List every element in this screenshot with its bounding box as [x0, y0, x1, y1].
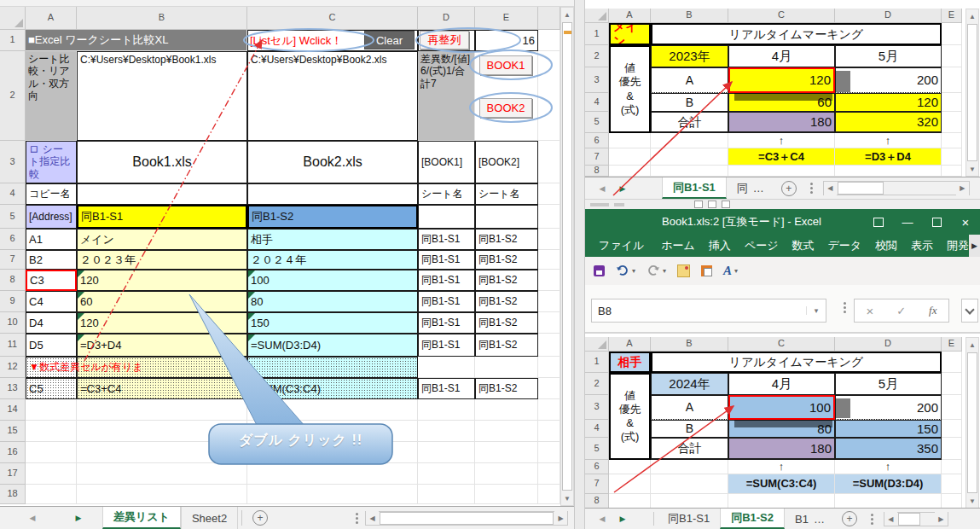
- cell-L-B13[interactable]: =C3+C4: [77, 378, 247, 399]
- cell-L-F15[interactable]: [538, 421, 560, 442]
- cell-TR-E7[interactable]: [942, 148, 962, 166]
- save-icon[interactable]: [594, 265, 605, 276]
- row-header-15[interactable]: 15: [0, 421, 26, 442]
- cell-L-D4[interactable]: シート名: [418, 183, 475, 205]
- row-header-7[interactable]: 7: [585, 148, 609, 166]
- scroll-thumb[interactable]: [967, 352, 977, 493]
- tab-dou-b1-s1[interactable]: 同B1-S1: [662, 177, 727, 199]
- maximize-button[interactable]: [922, 209, 951, 235]
- cell-BR-E7[interactable]: [942, 474, 962, 494]
- cell-TR-B6[interactable]: [651, 133, 728, 148]
- cell-L-A1[interactable]: ■Excel ワークシート比較XL: [26, 30, 247, 51]
- cell-L-D3[interactable]: [BOOK1]: [418, 141, 475, 183]
- cell-L-F12[interactable]: [538, 357, 560, 378]
- cell-TR-C7[interactable]: =C3＋C4: [728, 148, 835, 166]
- cell-L-E17[interactable]: [475, 463, 538, 485]
- cell-TR-C5[interactable]: 180: [728, 112, 835, 133]
- cell-BR-A2[interactable]: 値 優先 & (式): [609, 373, 651, 460]
- cell-BR-D8[interactable]: [835, 494, 942, 509]
- col-header-D[interactable]: D: [835, 9, 942, 23]
- cell-L-D17[interactable]: [418, 463, 475, 485]
- cell-L-A11[interactable]: D5: [26, 334, 77, 357]
- ribbon-tab-3[interactable]: ページ: [738, 238, 786, 253]
- scroll-down-icon[interactable]: ▼: [561, 491, 573, 505]
- cell-L-C9[interactable]: 80: [247, 291, 418, 312]
- cell-L-F14[interactable]: [538, 399, 560, 421]
- cell-L-E9[interactable]: 同B1-S2: [475, 291, 538, 312]
- select-all-corner[interactable]: [585, 337, 609, 352]
- tabs-scroll-left-icon[interactable]: ◀: [592, 177, 612, 199]
- cell-L-A5[interactable]: [Address]: [26, 205, 77, 229]
- cell-BR-E5[interactable]: [942, 438, 962, 460]
- cell-L-F18[interactable]: [538, 485, 560, 504]
- insert-function-icon[interactable]: fx: [929, 304, 937, 317]
- scroll-up-icon[interactable]: ▲: [966, 9, 978, 23]
- row-header-17[interactable]: 17: [0, 463, 26, 485]
- row-header-13[interactable]: 13: [0, 378, 26, 399]
- cell-L-C12[interactable]: [247, 357, 418, 378]
- cell-BR-A6[interactable]: [609, 460, 651, 474]
- cell-L-E7[interactable]: 同B1-S2: [475, 250, 538, 270]
- cell-BR-E4[interactable]: [942, 420, 962, 438]
- cell-TR-D4[interactable]: 120: [835, 93, 942, 112]
- scroll-right-icon[interactable]: ▶: [956, 182, 969, 195]
- cell-L-D7[interactable]: 同B1-S1: [418, 250, 475, 270]
- row-header-4[interactable]: 4: [0, 183, 26, 205]
- cell-L-A13[interactable]: C5: [26, 378, 77, 399]
- col-header-A[interactable]: A: [26, 7, 77, 30]
- cell-L-B9[interactable]: 60: [77, 291, 247, 312]
- cell-L-C7[interactable]: ２０２４年: [247, 250, 418, 270]
- cell-L-F5[interactable]: [538, 205, 560, 229]
- cell-L-D8[interactable]: 同B1-S1: [418, 270, 475, 291]
- cell-BR-C8[interactable]: [728, 494, 835, 509]
- ribbon-tab-2[interactable]: 挿入: [702, 238, 738, 253]
- col-header-B[interactable]: B: [77, 7, 247, 30]
- cell-L-C17[interactable]: [247, 463, 418, 485]
- cell-TR-C8[interactable]: [728, 166, 835, 177]
- cell-BR-A1[interactable]: 相手: [609, 352, 651, 373]
- cell-BR-E8[interactable]: [942, 494, 962, 509]
- row-header-4[interactable]: 4: [585, 93, 609, 112]
- switch-window-icon[interactable]: [701, 265, 712, 276]
- cell-TR-E2[interactable]: [942, 45, 962, 67]
- cell-L-A10[interactable]: D4: [26, 312, 77, 334]
- cell-L-D2[interactable]: 差異数/[値]6/(式)1/合計7: [418, 51, 475, 141]
- scroll-thumb[interactable]: [898, 513, 920, 526]
- font-style-icon[interactable]: A▾: [723, 264, 738, 278]
- cell-L-F11[interactable]: [538, 334, 560, 357]
- close-button[interactable]: ×: [951, 209, 980, 235]
- cell-L-B18[interactable]: [77, 485, 247, 504]
- cell-L-D9[interactable]: 同B1-S1: [418, 291, 475, 312]
- cell-BR-D7[interactable]: =SUM(D3:D4): [835, 474, 942, 494]
- br-horizontal-scrollbar[interactable]: ◀ ▶: [884, 512, 948, 526]
- row-header-11[interactable]: 11: [0, 334, 26, 357]
- cell-L-C16[interactable]: [247, 442, 418, 463]
- row-header-7[interactable]: 7: [585, 474, 609, 494]
- cell-L-C15[interactable]: [247, 421, 418, 442]
- cell-TR-B7[interactable]: [651, 148, 728, 166]
- cell-TR-B3[interactable]: A: [651, 67, 728, 93]
- cell-BR-B2[interactable]: 2024年: [651, 373, 728, 395]
- cell-L-B11[interactable]: =D3+D4: [77, 334, 247, 357]
- cell-L-D12[interactable]: [418, 357, 475, 378]
- cell-L-E14[interactable]: [475, 399, 538, 421]
- book2-button[interactable]: BOOK2: [479, 98, 532, 118]
- cell-L-C3[interactable]: Book2.xls: [247, 141, 418, 183]
- cell-TR-C2[interactable]: 4月: [728, 45, 835, 67]
- cell-L-A18[interactable]: [26, 485, 77, 504]
- ribbon-tab-7[interactable]: 表示: [904, 238, 940, 253]
- cell-L-B3[interactable]: Book1.xls: [77, 141, 247, 183]
- cell-L-E3[interactable]: [BOOK2]: [475, 141, 538, 183]
- row-header-8[interactable]: 8: [0, 270, 26, 291]
- cell-TR-B4[interactable]: B: [651, 93, 728, 112]
- cell-L-C14[interactable]: [247, 399, 418, 421]
- scroll-up-icon[interactable]: ▲: [966, 338, 978, 352]
- row-header-2[interactable]: 2: [585, 45, 609, 67]
- cell-L-C13[interactable]: =SUM(C3:C4): [247, 378, 418, 399]
- cell-L-C10[interactable]: 150: [247, 312, 418, 334]
- clear-button[interactable]: Clear: [364, 31, 415, 49]
- cell-L-E11[interactable]: 同B1-S2: [475, 334, 538, 357]
- cell-TR-A7[interactable]: [609, 148, 651, 166]
- cell-L-E6[interactable]: 同B1-S2: [475, 229, 538, 250]
- row-header-10[interactable]: 10: [0, 312, 26, 334]
